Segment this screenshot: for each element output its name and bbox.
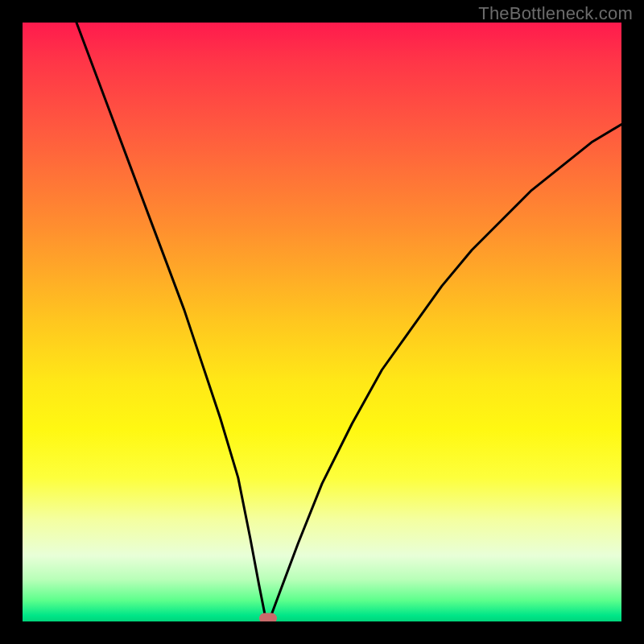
plot-area [23, 23, 621, 621]
watermark-text: TheBottleneck.com [478, 3, 633, 24]
bottleneck-curve [23, 23, 621, 621]
chart-frame: TheBottleneck.com [0, 0, 644, 644]
optimal-marker [259, 613, 277, 621]
